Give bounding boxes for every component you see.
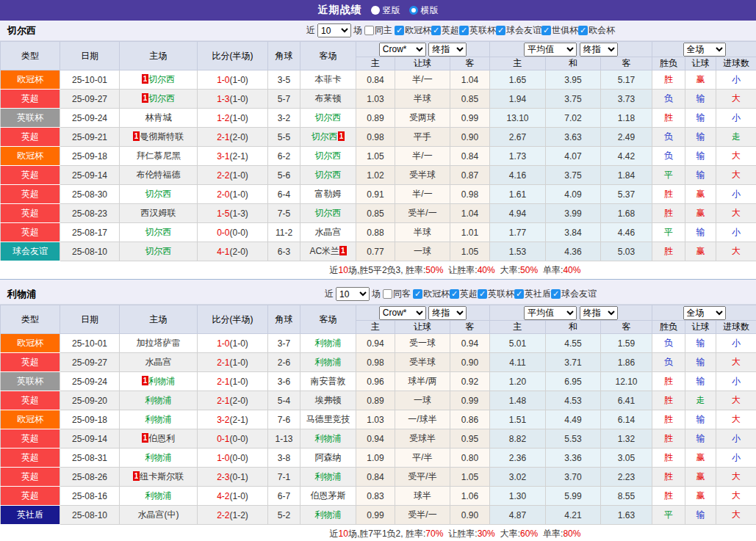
final-odds-select[interactable]: 终指: [428, 43, 467, 57]
avg-draw-cell: 6.95: [546, 372, 601, 391]
odds-away-cell: 0.84: [450, 147, 490, 166]
checkbox-checked-icon[interactable]: ✓: [578, 26, 588, 35]
radio-unselected-icon[interactable]: [409, 6, 418, 15]
checkbox-checked-icon[interactable]: ✓: [395, 26, 404, 35]
odds-home-cell: 0.89: [356, 391, 395, 410]
avg-away-cell: 4.46: [601, 223, 652, 242]
league-filter-checkbox[interactable]: ✓英超: [431, 24, 459, 37]
match-scope-select[interactable]: 全场: [683, 43, 726, 57]
date-cell: 25-10-01: [60, 334, 120, 353]
league-filter-checkbox[interactable]: ✓英联杯: [478, 288, 514, 300]
layout-vertical-radio[interactable]: 竖版: [371, 4, 400, 17]
odds-away-cell: 1.04: [450, 70, 490, 90]
corner-cell: 6-7: [268, 487, 300, 506]
avg-away-cell: 3.05: [601, 449, 652, 468]
team-section-title: 利物浦: [7, 288, 36, 301]
competition-badge: 英超: [1, 449, 60, 468]
average-odds-header: 平均值 终指: [490, 42, 652, 57]
avg-draw-cell: 3.95: [546, 70, 601, 90]
date-cell: 25-08-23: [60, 204, 120, 223]
avg-away-cell: 1.86: [601, 353, 652, 372]
league-filter-checkbox[interactable]: ✓欧会杯: [578, 24, 615, 37]
column-header-away: 客场: [300, 42, 356, 70]
red-card-badge: 1: [142, 93, 149, 103]
home-team-cell: 利物浦: [120, 391, 198, 410]
checkbox-checked-icon[interactable]: ✓: [551, 289, 561, 299]
league-filter-checkbox[interactable]: ✓欧冠杯: [395, 24, 431, 37]
same-venue-checkbox[interactable]: 同主: [364, 24, 392, 37]
odds-home-cell: 0.96: [356, 372, 395, 391]
layout-horizontal-radio[interactable]: 横版: [409, 4, 439, 17]
subheader-handicap: 让球: [395, 57, 450, 70]
checkbox-checked-icon[interactable]: ✓: [431, 26, 441, 35]
checkbox-checked-icon[interactable]: ✓: [541, 26, 551, 35]
league-filter-checkbox[interactable]: ✓英超: [450, 288, 478, 300]
competition-badge: 英超: [1, 204, 60, 223]
handicap-result-cell: 输: [685, 90, 716, 109]
fulltime-score: 2-1: [217, 377, 229, 387]
league-filter-checkbox[interactable]: ✓英联杯: [459, 24, 496, 37]
filter-controls: 近 10 场 同主 ✓欧冠杯✓英超✓英联杯✓球会友谊✓世俱杯✓欧会杯: [141, 23, 615, 37]
league-filter-checkbox[interactable]: ✓世俱杯: [541, 24, 578, 37]
handicap-cell: 球半: [395, 487, 450, 506]
games-count-select[interactable]: 10: [336, 287, 370, 301]
result-cell: 平: [652, 223, 685, 242]
odds-away-cell: 1.06: [450, 487, 490, 506]
final-odds-select[interactable]: 终指: [428, 306, 467, 320]
league-filter-checkbox[interactable]: ✓球会友谊: [496, 24, 541, 37]
same-venue-checkbox[interactable]: 同客: [383, 288, 411, 300]
checkbox-checked-icon[interactable]: ✓: [459, 26, 469, 35]
avg-away-cell: 6.41: [601, 391, 652, 410]
same-venue-label: 同客: [393, 288, 411, 300]
avg-away-cell: 5.17: [601, 70, 652, 90]
corner-cell: 7-1: [268, 468, 300, 487]
away-team-name: 切尔西: [315, 208, 342, 218]
league-label: 欧冠杯: [405, 24, 431, 37]
result-cell: 胜: [652, 391, 685, 410]
radio-selected-icon[interactable]: [371, 6, 380, 15]
odds-provider-select[interactable]: Crow*: [379, 43, 426, 57]
away-team-name: 利物浦: [315, 509, 342, 520]
final-odds-select[interactable]: 终指: [580, 43, 618, 57]
match-scope-select[interactable]: 全场: [683, 306, 726, 320]
handicap-result-cell: 赢: [685, 204, 716, 223]
checkbox-unchecked-icon[interactable]: [383, 289, 392, 299]
checkbox-checked-icon[interactable]: ✓: [413, 289, 422, 299]
odds-provider-select[interactable]: Crow*: [379, 306, 426, 320]
odds-home-cell: 0.99: [356, 506, 395, 525]
column-header-home: 主场: [120, 42, 198, 70]
checkbox-checked-icon[interactable]: ✓: [496, 26, 505, 35]
final-odds-select[interactable]: 终指: [580, 306, 618, 320]
avg-home-cell: 1.53: [490, 242, 546, 261]
result-cell: 胜: [652, 204, 685, 223]
column-header-corner: 角球: [268, 305, 300, 334]
home-team-name: 纽卡斯尔联: [140, 471, 184, 482]
subheader-avg-home: 主: [490, 321, 546, 334]
league-filter-checkbox[interactable]: ✓球会友谊: [551, 288, 597, 300]
league-filter-checkbox[interactable]: ✓欧冠杯: [413, 288, 450, 300]
odds-home-cell: 1.03: [356, 90, 395, 109]
date-cell: 25-08-30: [60, 185, 120, 204]
match-row: 英超25-08-30切尔西2-0(1-0)6-4富勒姆0.91半/一0.981.…: [1, 185, 756, 204]
checkbox-checked-icon[interactable]: ✓: [450, 289, 459, 299]
checkbox-checked-icon[interactable]: ✓: [514, 289, 524, 299]
games-count-select[interactable]: 10: [317, 23, 351, 37]
odds-provider-header: Crow* 终指: [356, 305, 490, 321]
checkbox-unchecked-icon[interactable]: [364, 26, 374, 35]
avg-draw-cell: 4.49: [546, 410, 601, 429]
league-filter-checkbox[interactable]: ✓英社盾: [514, 288, 551, 300]
halftime-score: (0-0): [230, 434, 248, 444]
average-odds-select[interactable]: 平均值: [524, 306, 577, 320]
league-label: 英联杯: [469, 24, 496, 37]
odds-home-cell: 0.84: [356, 70, 395, 90]
checkbox-checked-icon[interactable]: ✓: [478, 289, 487, 299]
match-row: 欧冠杯25-10-01加拉塔萨雷1-0(1-0)3-7利物浦0.94受一球0.9…: [1, 334, 756, 353]
avg-draw-cell: 3.71: [546, 353, 601, 372]
subheader-goals: 进球数: [716, 321, 756, 334]
score-cell: 1-2(1-0): [198, 109, 268, 128]
average-odds-select[interactable]: 平均值: [524, 43, 577, 57]
score-cell: 1-5(1-3): [198, 204, 268, 223]
date-cell: 25-09-18: [60, 410, 120, 429]
fulltime-score: 2-1: [217, 357, 229, 368]
competition-badge: 英超: [1, 487, 60, 506]
